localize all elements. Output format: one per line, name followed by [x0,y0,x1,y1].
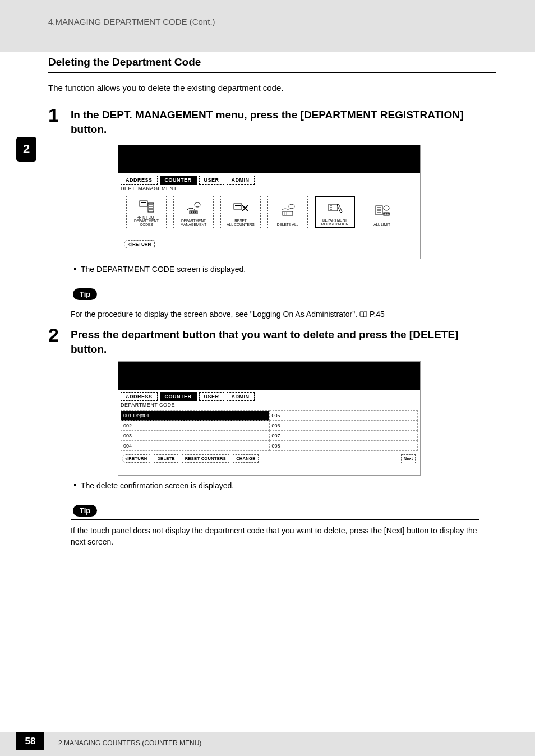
table-row: 003 007 [121,431,418,441]
tab-row: ADDRESS COUNTER USER ADMIN [118,390,420,401]
tip-rule [71,519,479,520]
breadcrumb: 4.MANAGING DEPARTMENT CODE (Cont.) [48,17,215,26]
button-row: RETURN DELETE RESET COUNTERS CHANGE Next [118,451,420,466]
svg-rect-2 [148,203,154,212]
screenshot-department-code: ADDRESS COUNTER USER ADMIN DEPARTMENT CO… [118,361,421,476]
bullet-text: The DEPARTMENT CODE screen is displayed. [81,265,246,274]
bullet-text: The delete confirmation screen is displa… [81,481,234,490]
icon-label-2: ALL COUNTERS [227,223,255,227]
screen-label: DEPT. MANAGEMENT [118,185,420,193]
step-2: 2 Press the department button that you w… [48,328,496,356]
svg-rect-7 [235,205,241,206]
delete-all-icon [269,197,306,223]
tab-counter[interactable]: COUNTER [160,176,197,185]
return-button[interactable]: RETURN [124,240,155,248]
button-department-registration[interactable]: DEPARTMENT REGISTRATION [315,196,355,228]
chapter-tab: 2 [16,137,36,162]
svg-text:✱✱✱: ✱✱✱ [190,210,197,214]
button-print-out-dept-codes[interactable]: PRINT OUT DEPARTMENT CODES [126,196,167,228]
return-button[interactable]: RETURN [122,454,150,463]
book-icon [359,309,367,320]
svg-rect-0 [140,201,147,206]
tip-text-1: For the procedure to display the screen … [71,308,479,320]
tab-counter[interactable]: COUNTER [160,392,197,401]
step-number: 1 [48,104,59,126]
step2-bullet: The delete confirmation screen is displa… [74,481,234,490]
icon-label-1: DELETE ALL [277,223,298,227]
icon-row: PRINT OUT DEPARTMENT CODES ✱✱✱ DEPARTMEN… [118,193,420,233]
button-all-limit[interactable]: ✱✱✱ ALL LIMIT [362,196,402,228]
svg-text:✱✱✱: ✱✱✱ [383,212,390,215]
dept-cell[interactable]: 003 [121,431,270,441]
dept-cell[interactable]: 008 [269,441,418,451]
table-row: 004 008 [121,441,418,451]
tab-admin[interactable]: ADMIN [227,176,255,185]
icon-label-2: REGISTRATION [321,223,348,227]
svg-rect-6 [234,204,242,209]
next-button[interactable]: Next [401,454,416,463]
management-icon: ✱✱✱ [175,197,212,219]
step1-bullet: The DEPARTMENT CODE screen is displayed. [74,265,246,274]
dept-cell[interactable]: 007 [269,431,418,441]
button-department-management[interactable]: ✱✱✱ DEPARTMENT MANAGEMENT [173,196,214,228]
svg-rect-11 [376,206,382,215]
svg-point-12 [384,206,389,210]
svg-point-3 [195,202,200,207]
button-reset-all-counters[interactable]: RESET ALL COUNTERS [220,196,261,228]
tab-address[interactable]: ADDRESS [121,392,158,401]
tip-badge: Tip [73,288,97,300]
icon-label-2: DEPARTMENT CODES [128,219,165,227]
footer-text: 2.MANAGING COUNTERS (COUNTER MENU) [58,739,201,747]
icon-label-2: MANAGEMENT [181,223,207,227]
tab-address[interactable]: ADDRESS [121,176,158,185]
button-delete-all[interactable]: DELETE ALL [268,196,308,228]
tip-text-2: If the touch panel does not display the … [71,525,479,548]
change-button[interactable]: CHANGE [233,454,259,463]
screenshot-dept-management: ADDRESS COUNTER USER ADMIN DEPT. MANAGEM… [118,145,421,259]
dept-cell-selected[interactable]: 001 Dept01 [121,411,270,421]
dept-cell[interactable]: 004 [121,441,270,451]
step-title: In the DEPT. MANAGEMENT menu, press the … [71,108,496,136]
tip-rule [71,303,479,303]
screenshot-top-black [118,145,420,173]
screen-label: DEPARTMENT CODE [118,401,420,410]
delete-button[interactable]: DELETE [154,454,178,463]
section-title: Deleting the Department Code [48,56,496,73]
screenshot-top-black [118,362,420,390]
dept-code-table: 001 Dept01 005 002 006 003 007 004 008 [121,410,418,451]
svg-point-8 [289,204,294,209]
section-header: Deleting the Department Code [48,56,496,73]
tab-user[interactable]: USER [199,176,224,185]
tip-page-ref: P.45 [370,310,385,319]
limit-icon: ✱✱✱ [363,197,400,223]
dept-cell[interactable]: 005 [269,411,418,421]
step-title: Press the department button that you wan… [71,328,496,356]
table-row: 002 006 [121,421,418,431]
tab-user[interactable]: USER [199,392,224,401]
table-row: 001 Dept01 005 [121,411,418,421]
svg-rect-1 [141,202,146,203]
reset-counters-button[interactable]: RESET COUNTERS [182,454,229,463]
dept-cell[interactable]: 002 [121,421,270,431]
step-number: 2 [48,324,59,346]
registration-icon [317,198,353,219]
icon-label-1: ALL LIMIT [373,223,390,227]
tip-badge: Tip [73,505,97,517]
reset-icon [222,197,259,219]
section-intro: The function allows you to delete the ex… [48,83,283,93]
page-number: 58 [16,732,44,750]
step-1: 1 In the DEPT. MANAGEMENT menu, press th… [48,108,496,136]
tip-text-prefix: For the procedure to display the screen … [71,310,359,319]
printer-icon [128,197,165,216]
tab-row: ADDRESS COUNTER USER ADMIN [118,173,420,185]
dept-cell[interactable]: 006 [269,421,418,431]
tab-admin[interactable]: ADMIN [227,392,255,401]
